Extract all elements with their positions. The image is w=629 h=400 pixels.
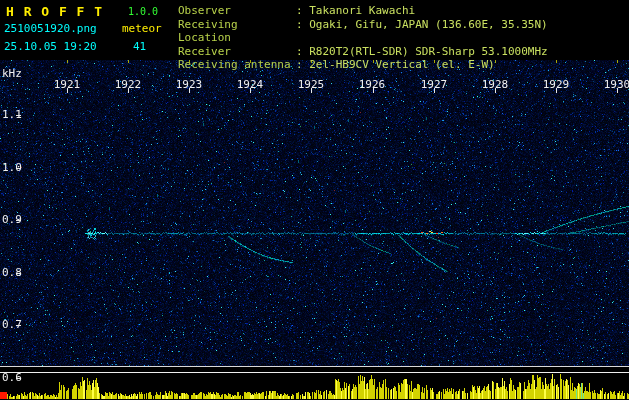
time-label-1930: 1930	[604, 78, 629, 91]
time-label-1928: 1928	[482, 78, 509, 91]
info-value: : Takanori Kawachi	[296, 4, 415, 18]
info-row-receiver: Receiver : R820T2(RTL-SDR) SDR-Sharp 53.…	[178, 45, 548, 59]
hrofft-window: H R O F F T 1.0.0 2510051920.png meteor …	[0, 0, 629, 400]
output-filename: 2510051920.png	[4, 22, 97, 35]
time-label-1924: 1924	[237, 78, 264, 91]
freq-unit-label: kHz	[2, 67, 22, 80]
freq-label-0-8: 0.8	[2, 266, 22, 279]
freq-label-1-0: 1.0	[2, 161, 22, 174]
time-label-1929: 1929	[543, 78, 570, 91]
mode-label: meteor	[122, 22, 162, 35]
info-label: Receiver	[178, 45, 296, 59]
freq-label-0-6: 0.6	[2, 371, 22, 384]
app-title: H R O F F T	[6, 4, 103, 19]
freq-label-0-7: 0.7	[2, 318, 22, 331]
info-value: : 2el-HB9CV Vertical (el. E-W)	[296, 58, 495, 72]
info-label: Receiving Location	[178, 18, 296, 45]
time-label-1923: 1923	[176, 78, 203, 91]
time-label-1922: 1922	[115, 78, 142, 91]
echo-count: 41	[133, 40, 146, 53]
time-label-1927: 1927	[421, 78, 448, 91]
info-label: Observer	[178, 4, 296, 18]
time-label-1921: 1921	[54, 78, 81, 91]
station-info: Observer : Takanori Kawachi Receiving Lo…	[178, 4, 548, 72]
info-row-antenna: Receiving antenna : 2el-HB9CV Vertical (…	[178, 58, 548, 72]
datetime-label: 25.10.05 19:20	[4, 40, 97, 53]
time-label-1926: 1926	[359, 78, 386, 91]
header: H R O F F T 1.0.0 2510051920.png meteor …	[0, 0, 629, 60]
freq-label-0-9: 0.9	[2, 213, 22, 226]
info-label: Receiving antenna	[178, 58, 296, 72]
spectrogram-canvas	[0, 60, 629, 400]
info-row-observer: Observer : Takanori Kawachi	[178, 4, 548, 18]
info-row-location: Receiving Location : Ogaki, Gifu, JAPAN …	[178, 18, 548, 45]
app-version: 1.0.0	[128, 6, 158, 17]
info-value: : Ogaki, Gifu, JAPAN (136.60E, 35.35N)	[296, 18, 548, 45]
info-value: : R820T2(RTL-SDR) SDR-Sharp 53.1000MHz	[296, 45, 548, 59]
freq-label-1-1: 1.1	[2, 108, 22, 121]
time-label-1925: 1925	[298, 78, 325, 91]
